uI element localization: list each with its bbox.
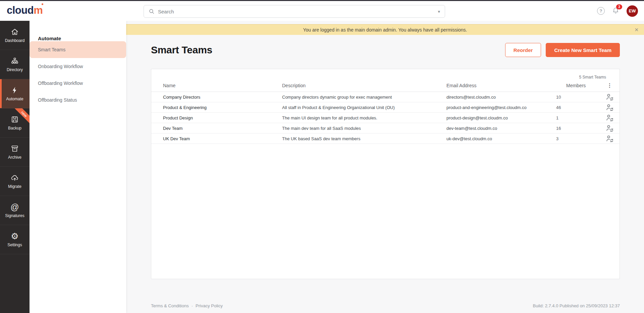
team-name[interactable]: UK Dev Team [163,136,282,141]
column-header-email: Email Address [446,83,556,88]
table-row[interactable]: Dev Team The main dev team for all SaaS … [151,123,620,134]
team-members-count: 3 [556,136,603,141]
submenu-item-offboarding-workflow[interactable]: Offboarding Workflow [30,75,126,92]
sidebar-item-label: Settings [7,243,22,247]
column-header-description: Description [282,83,446,88]
cloudm-logo: cloudm [7,4,43,16]
kebab-menu-icon[interactable]: ⋮ [607,83,612,88]
footer-separator: · [192,303,193,308]
sidebar-item-automate[interactable]: Automate [0,79,30,108]
create-new-smart-team-button[interactable]: Create New Smart Team [546,43,620,57]
column-header-name: Name [163,83,282,88]
smart-teams-card: 5 Smart Teams Name Description Email Add… [151,69,620,279]
lightning-icon [11,86,19,94]
chevron-down-icon[interactable]: ▾ [438,9,440,14]
main-content: You are logged in as the main domain adm… [126,21,644,313]
submenu-item-smart-teams[interactable]: Smart Teams [30,41,126,58]
sidebar-item-dashboard[interactable]: Dashboard [0,21,30,50]
notification-count-badge: 3 [616,4,622,9]
user-sync-icon[interactable] [603,93,620,101]
table-row[interactable]: Product & Engineering All staff in Produ… [151,102,620,113]
sidebar-item-label: Migrate [8,184,21,189]
help-icon[interactable]: ? [597,7,605,15]
user-sync-icon[interactable] [603,114,620,121]
page-header: Smart Teams Reorder Create New Smart Tea… [151,40,620,60]
sidebar-item-signatures[interactable]: @ Signatures [0,196,30,225]
floppy-disk-icon [11,115,19,123]
logo-text-cloud: cloud [7,4,34,16]
submenu-item-offboarding-status[interactable]: Offboarding Status [30,92,126,108]
team-members-count: 1 [556,115,603,120]
sidebar-item-label: Backup [8,126,21,131]
logo-text-m: m [34,4,43,16]
sidebar-item-label: Signatures [5,213,24,218]
sidebar-item-archive[interactable]: Archive [0,138,30,167]
team-description: The main dev team for all SaaS modules [282,126,446,131]
sidebar-item-directory[interactable]: Directory [0,50,30,79]
sidebar-item-label: Dashboard [5,38,25,43]
table-row[interactable]: Company Directors Company directors dyna… [151,92,620,102]
column-header-members: Members [556,83,603,88]
team-email: product-design@test.cloudm.co [446,115,556,120]
sidebar: Dashboard Directory Automate new Backup … [0,21,30,313]
admin-banner: You are logged in as the main domain adm… [126,24,644,35]
avatar[interactable]: EW [627,5,638,17]
team-description: All staff in Product & Engineering Organ… [282,105,446,110]
team-description: The UK based SaaS dev team members [282,136,446,141]
gear-icon: ⚙ [11,232,18,240]
team-description: Company directors dynamic group for exec… [282,95,446,100]
sidebar-item-backup[interactable]: new Backup [0,108,30,138]
table-row[interactable]: UK Dev Team The UK based SaaS dev team m… [151,134,620,144]
user-sync-icon[interactable] [603,104,620,111]
team-name[interactable]: Product & Engineering [163,105,282,110]
team-email: uk-dev@test.cloudm.co [446,136,556,141]
team-members-count: 46 [556,105,603,110]
footer: Terms & Conditions·Privacy Policy Build:… [151,303,620,308]
org-chart-icon [11,57,19,65]
page-title: Smart Teams [151,44,212,56]
header: cloudm Search ▾ ? 3 EW [0,1,644,21]
build-info: Build: 2.7.4.0 Published on 25/09/2023 1… [533,303,620,308]
reorder-button[interactable]: Reorder [505,43,541,57]
app-root: cloudm Search ▾ ? 3 EW Dashboard Directo… [0,0,644,313]
search-placeholder: Search [158,9,438,14]
team-name[interactable]: Dev Team [163,126,282,131]
user-sync-icon[interactable] [603,135,620,142]
search-input[interactable]: Search ▾ [144,5,445,18]
submenu-item-onboarding-workflow[interactable]: Onboarding Workflow [30,58,126,75]
notifications-button[interactable]: 3 [612,7,619,15]
smart-teams-count: 5 Smart Teams [151,69,620,80]
top-strip [0,0,644,1]
terms-link[interactable]: Terms & Conditions [151,303,189,308]
team-members-count: 10 [556,95,603,100]
at-sign-icon: @ [10,203,19,211]
table-header-row: Name Description Email Address Members ⋮ [151,80,620,92]
team-email: dev-team@test.cloudm.co [446,126,556,131]
page-actions: Reorder Create New Smart Team [505,43,620,57]
close-icon[interactable]: ✕ [632,24,641,35]
sidebar-item-settings[interactable]: ⚙ Settings [0,225,30,254]
sidebar-item-migrate[interactable]: Migrate [0,167,30,196]
search-icon [149,8,155,14]
banner-text: You are logged in as the main domain adm… [303,27,467,33]
team-description: The main UI design team for all product … [282,115,446,120]
sidebar-item-label: Automate [6,97,23,101]
cloud-upload-icon [11,174,19,182]
table-row[interactable]: Product Design The main UI design team f… [151,113,620,123]
team-members-count: 16 [556,126,603,131]
team-name[interactable]: Product Design [163,115,282,120]
sidebar-item-label: Directory [7,67,23,72]
user-sync-icon[interactable] [603,124,620,132]
privacy-link[interactable]: Privacy Policy [196,303,223,308]
sidebar-item-label: Archive [8,155,21,160]
header-actions: ? 3 EW [597,1,638,21]
team-email: product-and-engineering@test.cloudm.co [446,105,556,110]
team-name[interactable]: Company Directors [163,95,282,100]
help-glyph: ? [600,8,602,13]
submenu-title: Automate [38,36,126,41]
footer-links: Terms & Conditions·Privacy Policy [151,303,223,308]
archive-box-icon [11,145,19,153]
home-icon [11,28,19,36]
team-email: directors@test.cloudm.co [446,95,556,100]
automate-submenu: Automate Smart Teams Onboarding Workflow… [30,21,126,313]
